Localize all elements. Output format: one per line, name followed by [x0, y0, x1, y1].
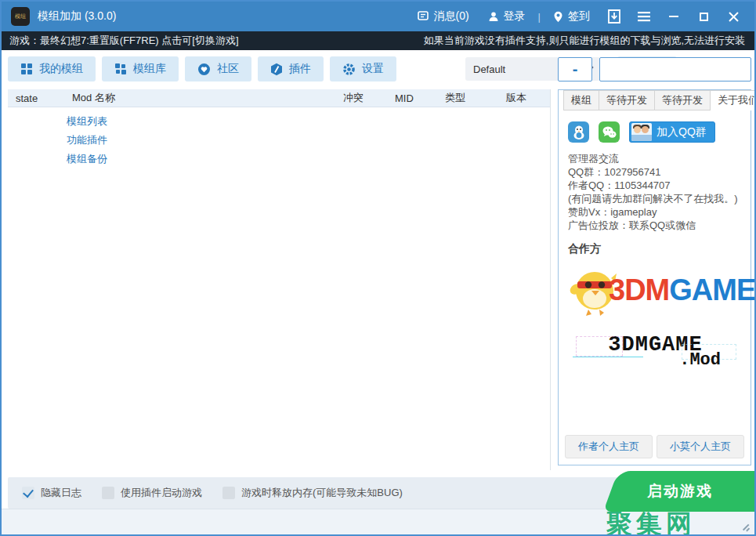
game-info-bar: 游戏：最终幻想7:重置版(FF7RE) 点击可[切换游戏] 如果当前游戏没有插件…: [2, 31, 754, 50]
maximize-button[interactable]: [690, 5, 717, 27]
close-icon: [729, 12, 739, 22]
settings-gear-icon: [342, 63, 356, 76]
column-header-conflict[interactable]: 冲突: [335, 91, 387, 105]
mod-tree: 模组列表 功能插件 模组备份: [8, 107, 550, 168]
info-line-note: (有问题请先加群问解决不了在找我。): [568, 192, 743, 205]
current-game-switcher[interactable]: 游戏：最终幻想7:重置版(FF7RE) 点击可[切换游戏]: [9, 34, 239, 48]
column-header-mod-name[interactable]: Mod 名称: [64, 91, 335, 105]
resize-grip[interactable]: [740, 521, 750, 531]
close-button[interactable]: [720, 5, 747, 27]
app-window: 模组 模组加加 (3.0.0) 消息(0) 登录 | 签到: [0, 0, 756, 536]
tab-mods[interactable]: 模组: [563, 90, 599, 110]
tree-item-mod-list[interactable]: 模组列表: [67, 112, 550, 131]
column-header-state[interactable]: state: [8, 92, 64, 104]
app-title: 模组加加 (3.0.0): [38, 9, 116, 24]
about-panel: 模组 等待开发 等待开发 关于我们 加入QQ群 管理器交流 QQ群：1027: [558, 89, 751, 465]
3dmgame-logo: 3DMGAME: [568, 263, 743, 319]
nav-settings-button[interactable]: 设置: [330, 56, 396, 81]
info-line-sponsor: 赞助Vx：igameplay: [568, 205, 743, 219]
column-header-version[interactable]: 版本: [498, 91, 550, 105]
grid-icon: [114, 63, 127, 75]
checkbox-icon: [222, 487, 235, 499]
xiaomo-homepage-button[interactable]: 小莫个人主页: [657, 435, 744, 458]
mod-table: state Mod 名称 冲突 MID 类型 版本 模组列表 功能插件 模组备份: [8, 89, 551, 470]
checkbox-launch-with-plugins[interactable]: 使用插件启动游戏: [102, 486, 202, 500]
community-icon: [197, 63, 211, 76]
location-pin-icon: [553, 11, 563, 23]
info-line-ads: 广告位投放：联系QQ或微信: [568, 219, 743, 232]
app-icon: 模组: [11, 7, 30, 26]
nav-community-button[interactable]: 社区: [185, 56, 251, 81]
signin-button[interactable]: 签到: [545, 5, 598, 28]
qq-penguin-icon: [572, 125, 586, 140]
minimize-button[interactable]: [660, 5, 687, 27]
message-icon: [418, 11, 429, 22]
join-qq-group-button[interactable]: 加入QQ群: [629, 121, 715, 143]
login-button[interactable]: 登录: [480, 5, 534, 28]
qq-group-avatar: [631, 123, 652, 141]
panel-tabs: 模组 等待开发 等待开发 关于我们: [559, 90, 751, 110]
checkbox-hide-log[interactable]: 隐藏日志: [22, 486, 81, 500]
grid-icon: [20, 63, 33, 75]
info-line: 管理器交流: [568, 152, 743, 165]
author-homepage-button[interactable]: 作者个人主页: [565, 435, 653, 458]
wechat-icon: [602, 125, 617, 139]
tab-about-us[interactable]: 关于我们: [711, 90, 756, 110]
messages-button[interactable]: 消息(0): [410, 5, 476, 28]
maximize-icon: [700, 13, 708, 21]
mod-table-header: state Mod 名称 冲突 MID 类型 版本: [8, 89, 550, 107]
tab-pending-2[interactable]: 等待开发: [655, 90, 711, 110]
nav-my-mods-button[interactable]: 我的模组: [8, 56, 96, 81]
checkbox-icon: [22, 487, 34, 499]
qq-button[interactable]: [568, 121, 589, 143]
tab-pending-1[interactable]: 等待开发: [599, 90, 655, 110]
tree-item-mod-backup[interactable]: 模组备份: [67, 150, 550, 168]
download-icon: [606, 9, 622, 24]
checkbox-free-memory[interactable]: 游戏时释放内存(可能导致未知BUG): [222, 486, 403, 500]
info-line-author-qq: 作者QQ：1105344707: [568, 179, 743, 192]
title-bar: 模组 模组加加 (3.0.0) 消息(0) 登录 | 签到: [2, 2, 754, 31]
checkbox-icon: [102, 487, 114, 499]
menu-button[interactable]: [631, 5, 657, 27]
3dmgame-logo-text: 3DMGAME: [609, 273, 755, 307]
plugin-icon: [270, 63, 283, 76]
plugin-support-notice: 如果当前游戏没有插件支持,则只能进行模组的下载与浏览,无法进行安装: [424, 34, 745, 48]
hamburger-icon: [638, 11, 650, 22]
3dmgame-mod-logo: 3DMGAME .Mod: [568, 333, 743, 374]
titlebar-separator: |: [537, 11, 542, 23]
info-line-qq-group: QQ群：1027956741: [568, 165, 743, 179]
wechat-button[interactable]: [599, 121, 620, 143]
partners-title: 合作方: [568, 242, 743, 256]
tree-item-function-plugins[interactable]: 功能插件: [67, 131, 550, 150]
search-input[interactable]: [599, 57, 751, 81]
column-header-mid[interactable]: MID: [387, 92, 437, 104]
nav-plugins-button[interactable]: 插件: [258, 56, 324, 81]
launch-game-label[interactable]: 启动游戏: [609, 471, 751, 512]
download-manager-button[interactable]: [601, 5, 628, 27]
minimize-icon: [669, 16, 678, 17]
column-header-type[interactable]: 类型: [437, 91, 498, 105]
contact-info: 管理器交流 QQ群：1027956741 作者QQ：1105344707 (有问…: [568, 152, 743, 232]
user-icon: [488, 11, 499, 22]
about-panel-body: 加入QQ群 管理器交流 QQ群：1027956741 作者QQ：11053447…: [559, 110, 751, 466]
nav-mod-library-button[interactable]: 模组库: [102, 56, 179, 81]
collapse-panel-button[interactable]: -: [558, 57, 592, 81]
3dmgame-mod-logo-suffix: .Mod: [679, 350, 721, 370]
